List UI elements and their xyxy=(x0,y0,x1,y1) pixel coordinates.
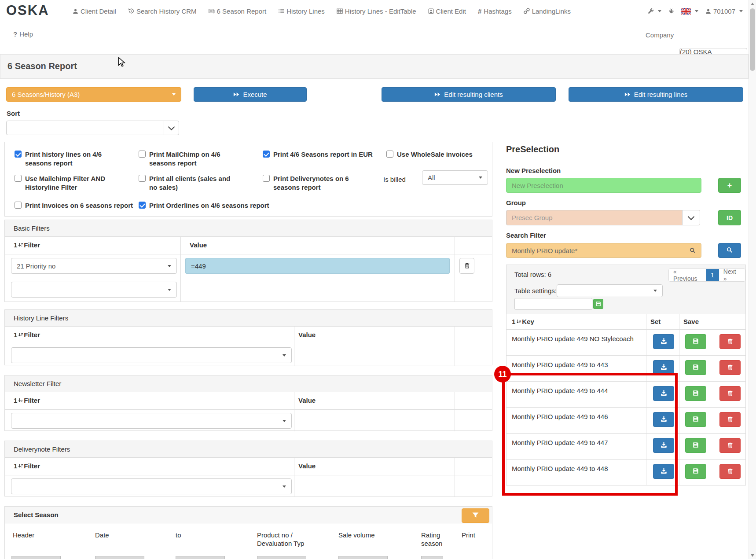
pagination-previous[interactable]: « Previous xyxy=(669,269,706,281)
search-filter-input[interactable]: Monthly PRIO update* xyxy=(506,243,701,258)
remove-filter-button[interactable] xyxy=(459,258,474,274)
filter-column-header[interactable]: Filter xyxy=(24,397,40,404)
delete-button[interactable] xyxy=(719,438,741,453)
add-preselection-button[interactable]: + xyxy=(718,178,741,193)
save-button[interactable] xyxy=(685,438,706,453)
basic-filter-select[interactable]: 21 Priority no xyxy=(11,258,177,274)
checkbox-mailchimp-and-historyline[interactable]: Use Mailchimp Filter AND Historyline Fil… xyxy=(15,174,113,192)
checkbox-icon[interactable] xyxy=(139,202,146,209)
edit-resulting-lines-button[interactable]: Edit resulting lines xyxy=(569,87,743,102)
table-settings-select[interactable] xyxy=(557,284,663,297)
save-button[interactable] xyxy=(685,386,706,401)
nav-item-landinglinks[interactable]: LandingLinks xyxy=(524,7,571,15)
basic-filter-value-input[interactable]: =449 xyxy=(185,258,450,274)
pagination-next[interactable]: Next » xyxy=(719,269,745,281)
help-link[interactable]: ? Help xyxy=(13,30,33,38)
sort-icon[interactable] xyxy=(18,398,23,403)
key-column-header[interactable]: Key xyxy=(522,318,534,325)
debug-menu[interactable] xyxy=(668,8,674,14)
checkbox-print-orderlines[interactable]: Print Orderlines on 4/6 seasons report xyxy=(139,201,290,210)
tools-menu[interactable] xyxy=(648,8,661,14)
set-button[interactable] xyxy=(653,360,674,375)
set-button[interactable] xyxy=(653,386,674,401)
checkbox-print-mailchimp[interactable]: Print MailChimp on 4/6 seasons report xyxy=(139,150,242,168)
nav-item-history-lines-edittable[interactable]: History Lines - EditTable xyxy=(337,7,416,15)
delete-button[interactable] xyxy=(719,464,741,479)
save-button[interactable] xyxy=(685,464,706,479)
checkbox-icon[interactable] xyxy=(263,151,270,158)
nav-item-search-history-crm[interactable]: Search History CRM xyxy=(128,7,197,15)
newsletter-filter-select[interactable] xyxy=(11,413,292,429)
filter-column-header[interactable]: Filter xyxy=(24,331,40,338)
set-button[interactable] xyxy=(653,438,674,453)
table-settings-input[interactable] xyxy=(514,298,592,310)
season-header-input[interactable] xyxy=(11,556,61,559)
nav-item-hashtags[interactable]: # Hashtags xyxy=(478,7,512,15)
scroll-down-arrow-icon[interactable] xyxy=(749,552,756,559)
checkbox-icon[interactable] xyxy=(15,175,22,182)
checkbox-label: Use WholeSale invoices xyxy=(397,150,478,159)
deliverynote-filter-select[interactable] xyxy=(11,478,292,494)
nav-item-client-detail[interactable]: Client Detail xyxy=(73,7,116,15)
pagination-page-1[interactable]: 1 xyxy=(706,269,719,281)
execute-button[interactable]: Execute xyxy=(194,87,307,102)
set-button[interactable] xyxy=(653,334,674,349)
sort-icon[interactable] xyxy=(18,463,23,468)
scroll-up-arrow-icon[interactable] xyxy=(749,0,756,7)
checkbox-wholesale-invoices[interactable]: Use WholeSale invoices xyxy=(386,150,478,159)
checkbox-icon[interactable] xyxy=(15,202,22,209)
season-sale-volume-input[interactable] xyxy=(338,556,388,559)
brand-logo[interactable]: OSKA xyxy=(6,3,49,18)
group-id-button[interactable]: ID xyxy=(718,210,741,225)
preselection-key: Monthly PRIO update 449 to 446 xyxy=(512,413,644,420)
sort-icon[interactable] xyxy=(18,332,23,337)
vertical-scrollbar[interactable] xyxy=(749,0,756,559)
sort-icon[interactable] xyxy=(516,319,521,324)
delete-button[interactable] xyxy=(719,412,741,427)
is-billed-select[interactable]: All xyxy=(422,170,488,185)
checkbox-print-history-lines[interactable]: Print history lines on 4/6 seasons repor… xyxy=(15,150,121,168)
language-menu[interactable] xyxy=(681,8,698,15)
season-filter-button[interactable] xyxy=(462,508,489,523)
delete-button[interactable] xyxy=(719,360,741,375)
chevron-down-icon[interactable] xyxy=(682,210,700,225)
sort-order-number: 1 xyxy=(14,462,17,470)
season-product-input[interactable] xyxy=(257,556,306,559)
filter-column-header[interactable]: Filter xyxy=(24,241,40,249)
history-filter-select[interactable] xyxy=(11,347,292,363)
checkbox-icon[interactable] xyxy=(139,175,146,182)
sort-select[interactable] xyxy=(6,121,179,135)
filter-column-header[interactable]: Filter xyxy=(24,462,40,470)
season-to-input[interactable] xyxy=(176,556,225,559)
nav-item-history-lines[interactable]: History Lines xyxy=(278,7,325,15)
edit-resulting-clients-button[interactable]: Edit resulting clients xyxy=(382,87,556,102)
checkbox-icon[interactable] xyxy=(263,175,270,182)
plus-icon: + xyxy=(727,181,732,190)
save-button[interactable] xyxy=(685,360,706,375)
checkbox-icon[interactable] xyxy=(386,151,393,158)
new-preselection-input[interactable]: New Preselection xyxy=(506,178,701,193)
checkbox-print-eur[interactable]: Print 4/6 Seasons report in EUR xyxy=(263,150,374,159)
nav-item-client-edit[interactable]: Client Edit xyxy=(428,7,466,15)
nav-item-6-season-report[interactable]: 6 Season Report xyxy=(209,7,267,15)
checkbox-print-all-clients[interactable]: Print all clients (sales and no sales) xyxy=(139,174,237,192)
season-date-input[interactable] xyxy=(95,556,144,559)
set-button[interactable] xyxy=(653,464,674,479)
checkbox-icon[interactable] xyxy=(15,151,22,158)
save-button[interactable] xyxy=(685,334,706,349)
delete-button[interactable] xyxy=(719,334,741,349)
checkbox-print-deliverynotes[interactable]: Print Deliverynotes on 6 seasons report xyxy=(263,174,370,192)
sort-icon[interactable] xyxy=(18,243,23,247)
scrollbar-thumb[interactable] xyxy=(750,8,755,71)
season-rating-input[interactable] xyxy=(421,556,443,559)
set-button[interactable] xyxy=(653,412,674,427)
checkbox-icon[interactable] xyxy=(139,151,146,158)
user-menu[interactable]: 701007 xyxy=(705,7,743,15)
delete-button[interactable] xyxy=(719,386,741,401)
report-type-select[interactable]: 6 Seasons/History (A3) xyxy=(6,87,181,102)
basic-filter-select-empty[interactable] xyxy=(11,282,177,298)
save-settings-button[interactable] xyxy=(593,299,603,309)
save-button[interactable] xyxy=(685,412,706,427)
group-select[interactable]: Presec Group xyxy=(506,210,700,225)
search-button[interactable] xyxy=(718,243,741,258)
